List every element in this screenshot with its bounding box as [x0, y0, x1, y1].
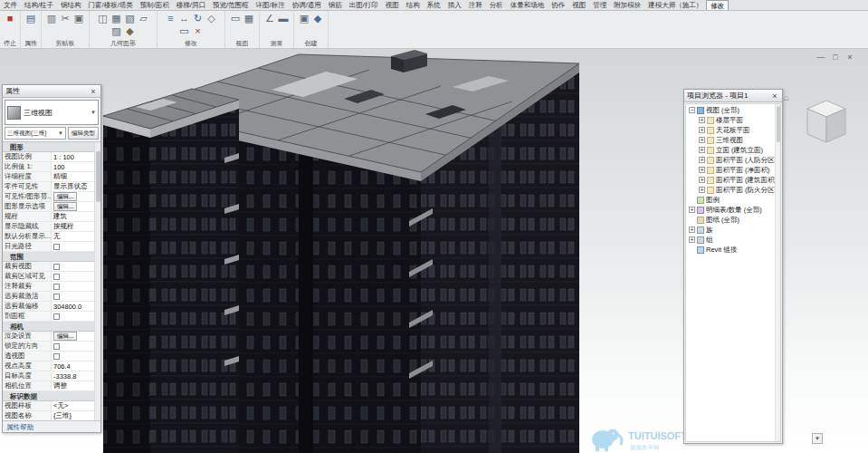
tree-item[interactable]: +楼层平面	[686, 115, 780, 125]
scrollbar-thumb[interactable]	[777, 106, 780, 142]
project-browser-title-bar[interactable]: 项目浏览器 - 项目1 ×	[684, 90, 782, 102]
paste-icon[interactable]: ▥	[45, 13, 58, 24]
ribbon-tab-4[interactable]: 预制/面积	[137, 0, 173, 10]
ribbon-tab-2[interactable]: 钢结构	[57, 0, 85, 10]
ribbon-tab-15[interactable]: 注释	[465, 0, 486, 10]
tree-item[interactable]: +立面 (建筑立面)	[686, 145, 780, 155]
visibility-icon[interactable]: ▦	[243, 13, 255, 24]
expand-icon[interactable]: +	[699, 167, 705, 173]
paint-icon[interactable]: ◆	[124, 25, 137, 37]
delete-icon[interactable]: ×	[192, 25, 205, 37]
ribbon-tab-5[interactable]: 楼梯/洞口	[173, 0, 209, 10]
edit-button[interactable]: 编辑...	[53, 332, 77, 341]
tree-item[interactable]: 图例	[686, 195, 780, 205]
checkbox[interactable]	[53, 284, 60, 290]
edit-button[interactable]: 编辑...	[53, 202, 77, 211]
drawing-area[interactable]: —□× ⌂ ▼ TUITUISOFT 腿腿教学网	[0, 49, 868, 453]
property-value[interactable]: 调整	[52, 381, 100, 390]
tree-item[interactable]: +面积平面 (净面积)	[686, 165, 780, 175]
tree-item[interactable]: +组	[686, 235, 780, 245]
expand-icon[interactable]: +	[689, 236, 695, 243]
properties-title-bar[interactable]: 属性 ×	[3, 85, 100, 98]
checkbox[interactable]	[53, 274, 60, 280]
restore-view-icon[interactable]: □	[830, 52, 841, 63]
checkbox[interactable]	[53, 244, 60, 250]
ribbon-tab-1[interactable]: 结构/柱子	[21, 0, 57, 10]
ribbon-tab-17[interactable]: 体量和场地	[507, 0, 548, 10]
tree-item[interactable]: 图纸 (全部)	[686, 215, 780, 225]
ribbon-tab-7[interactable]: 详图/标注	[253, 0, 289, 10]
close-icon[interactable]: ×	[770, 92, 779, 101]
cut-geometry-icon[interactable]: ▧	[124, 13, 137, 24]
ribbon-tab-16[interactable]: 分析	[486, 0, 507, 10]
tree-item[interactable]: +天花板平面	[686, 125, 780, 135]
expand-icon[interactable]: +	[699, 177, 705, 183]
ribbon-tab-14[interactable]: 插入	[444, 0, 465, 10]
ribbon-tab-0[interactable]: 文件	[0, 0, 21, 10]
property-value[interactable]: {三维}	[52, 411, 100, 420]
thin-lines-icon[interactable]: ▭	[229, 13, 242, 24]
collapse-icon[interactable]: −	[689, 107, 695, 113]
property-value[interactable]: 304800.0	[52, 302, 100, 311]
ribbon-tab-20[interactable]: 管理	[589, 0, 610, 10]
ribbon-tab-23[interactable]: 修改	[706, 0, 729, 10]
ribbon-tab-19[interactable]: 视图	[568, 0, 589, 10]
properties-help-link[interactable]: 属性帮助	[3, 420, 100, 432]
split-icon[interactable]: ▨	[110, 25, 123, 37]
property-value[interactable]: <无>	[52, 401, 100, 410]
tree-item[interactable]: +面积平面 (人防分区面积)	[686, 155, 780, 165]
close-icon[interactable]: ×	[89, 87, 98, 96]
property-group-header[interactable]: 图形	[3, 142, 100, 152]
property-value[interactable]: 按规程	[52, 222, 100, 231]
mirror-icon[interactable]: ◇	[205, 13, 218, 24]
tree-item[interactable]: +面积平面 (建筑面积)	[686, 175, 780, 185]
edit-button[interactable]: 编辑...	[53, 192, 77, 201]
ribbon-tab-11[interactable]: 视图	[382, 0, 403, 10]
tree-item[interactable]: Revit 链接	[686, 245, 780, 255]
property-value[interactable]: 100	[52, 162, 100, 171]
property-value[interactable]: 706.4	[52, 361, 100, 371]
rotate-icon[interactable]: ↻	[192, 13, 205, 24]
cut-icon[interactable]: ✂	[59, 13, 72, 24]
create-group-icon[interactable]: ▣	[298, 13, 310, 24]
property-group-header[interactable]: 标识数据	[3, 391, 100, 401]
instance-selector[interactable]: 三维视图(三维) ▼	[5, 127, 66, 140]
expand-icon[interactable]: +	[689, 226, 695, 233]
ribbon-tab-18[interactable]: 协作	[548, 0, 568, 10]
ribbon-tab-8[interactable]: 协调/通用	[289, 0, 325, 10]
minimize-view-icon[interactable]: —	[816, 52, 826, 63]
checkbox[interactable]	[53, 294, 60, 300]
ribbon-tab-22[interactable]: 建模大师（施工）	[644, 0, 706, 10]
component-icon[interactable]: ◆	[311, 13, 324, 24]
properties-icon[interactable]: ▤	[24, 13, 37, 24]
scrollbar-thumb[interactable]	[96, 151, 100, 202]
expand-icon[interactable]: +	[699, 157, 705, 163]
checkbox[interactable]	[53, 313, 60, 320]
tree-item[interactable]: +三维视图	[686, 135, 780, 145]
expand-icon[interactable]: +	[699, 187, 705, 193]
tree-item[interactable]: +族	[686, 225, 780, 235]
ribbon-tab-13[interactable]: 系统	[424, 0, 444, 10]
ribbon-tab-6[interactable]: 预览/范围框	[209, 0, 253, 10]
trim-icon[interactable]: ▭	[178, 25, 191, 37]
checkbox[interactable]	[53, 264, 60, 270]
property-value[interactable]: -3338.8	[52, 371, 100, 381]
close-view-icon[interactable]: ×	[844, 52, 855, 63]
copy-icon[interactable]: ▣	[72, 13, 85, 24]
stop-icon[interactable]: ■	[4, 13, 16, 24]
view-cube[interactable]	[796, 92, 856, 156]
expand-icon[interactable]: +	[689, 207, 695, 213]
expand-icon[interactable]: +	[699, 137, 705, 143]
align-icon[interactable]: ≡	[165, 13, 177, 24]
project-tree-scrollbar[interactable]	[775, 104, 780, 441]
property-value[interactable]: 建筑	[52, 212, 100, 221]
expand-icon[interactable]: +	[699, 147, 705, 153]
tree-item[interactable]: −视图 (全部)	[686, 105, 780, 115]
ribbon-tab-21[interactable]: 附加模块	[610, 0, 644, 10]
property-group-header[interactable]: 相机	[3, 322, 100, 332]
type-selector[interactable]: 三维视图 ▼	[5, 100, 99, 125]
ribbon-tab-12[interactable]: 结构	[403, 0, 424, 10]
offset-icon[interactable]: ▱	[138, 13, 150, 24]
property-value[interactable]: 1 : 100	[52, 152, 100, 161]
ribbon-tab-3[interactable]: 门窗/楼板/墙类	[85, 0, 137, 10]
